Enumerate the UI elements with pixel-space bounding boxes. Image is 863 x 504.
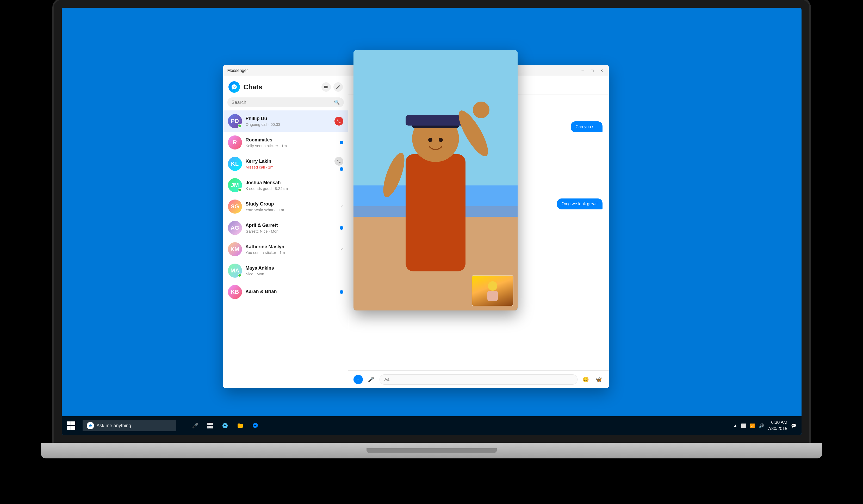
taskbar-search[interactable]: ⊙ Ask me anything <box>83 420 176 431</box>
taskbar-app-icons <box>205 420 261 431</box>
minimize-button[interactable]: ─ <box>580 68 586 74</box>
action-center-icon[interactable]: 💬 <box>791 423 796 428</box>
microphone-icon[interactable]: 🎤 <box>192 423 199 429</box>
chat-info: Roommates Kelly sent a sticker · 1m <box>246 137 340 148</box>
add-attachment-button[interactable]: + <box>353 375 363 384</box>
chat-name: Maya Adkins <box>246 265 343 271</box>
chat-item[interactable]: KB Karan & Brian <box>223 281 348 303</box>
chat-name: Roommates <box>246 137 340 143</box>
emoji-button[interactable]: 😊 <box>581 375 590 384</box>
chat-item[interactable]: AG April & Garrett Garrett: Nice · Mon <box>223 217 348 239</box>
avatar: AG <box>228 221 242 235</box>
new-message-button[interactable] <box>334 82 343 92</box>
message-bubble: Omg we look great! <box>557 199 602 210</box>
avatar-container: R <box>228 136 242 150</box>
close-button[interactable]: ✕ <box>599 68 604 74</box>
file-explorer-icon[interactable] <box>235 420 246 431</box>
tablet-mode-icon[interactable]: ⬜ <box>741 423 746 428</box>
pip-video <box>472 275 513 306</box>
chat-preview: You: Wait! What? · 1m <box>246 207 340 212</box>
chat-header: Chats <box>223 76 348 95</box>
svg-point-16 <box>488 281 497 291</box>
avatar-container: KB <box>228 285 242 299</box>
sticker-button[interactable]: 🦋 <box>594 375 603 384</box>
search-bar: 🔍 <box>227 98 344 107</box>
avatar-container: KM <box>228 242 242 256</box>
network-icon[interactable]: 📶 <box>750 423 755 428</box>
unread-indicator <box>340 290 343 294</box>
time-display: 6:30 AM <box>768 419 787 426</box>
chat-item[interactable]: KM Katherine Maslyn You sent a sticker ·… <box>223 239 348 260</box>
taskbar-search-label: Ask me anything <box>97 423 131 428</box>
svg-rect-10 <box>405 115 465 126</box>
volume-icon[interactable]: 🔊 <box>759 423 764 428</box>
call-icon[interactable] <box>335 157 343 166</box>
avatar: KM <box>228 242 242 256</box>
edge-icon[interactable] <box>220 420 230 431</box>
avatar-container: AG <box>228 221 242 235</box>
chat-preview: Ongoing call · 00:33 <box>246 122 335 127</box>
chat-preview: K sounds good · 8:24am <box>246 186 343 191</box>
svg-point-14 <box>428 138 433 142</box>
maximize-button[interactable]: ◻ <box>589 68 595 74</box>
laptop-shell: Messenger ─ ◻ ✕ <box>41 0 822 504</box>
avatar-container: KL <box>228 157 242 171</box>
clock[interactable]: 6:30 AM 7/30/2015 <box>768 419 787 432</box>
avatar-container: MA <box>228 264 242 278</box>
chat-info: Kerry Lakin Missed call · 1m <box>246 159 335 169</box>
laptop-hinge <box>366 448 497 453</box>
online-indicator <box>238 188 241 192</box>
chat-info: Study Group You: Wait! What? · 1m <box>246 201 340 212</box>
mic-button[interactable]: 🎤 <box>366 375 376 384</box>
windows-logo-icon <box>67 421 75 430</box>
message-bubble: Can you s... <box>571 121 602 132</box>
date-display: 7/30/2015 <box>768 426 787 432</box>
chat-info: Phillip Du Ongoing call · 00:33 <box>246 116 335 127</box>
chat-name: Kerry Lakin <box>246 159 335 164</box>
chat-preview: Kelly sent a sticker · 1m <box>246 143 340 148</box>
video-call-button[interactable] <box>322 82 331 92</box>
messenger-taskbar-icon[interactable] <box>250 420 261 431</box>
task-view-button[interactable] <box>205 420 215 431</box>
search-input[interactable] <box>232 100 332 105</box>
avatar: KB <box>228 285 242 299</box>
chat-meta <box>340 290 343 294</box>
chat-info: Katherine Maslyn You sent a sticker · 1m <box>246 244 340 255</box>
online-indicator <box>238 274 241 277</box>
chat-meta <box>340 226 343 230</box>
read-check: ✓ <box>340 204 343 209</box>
video-background <box>353 50 517 311</box>
chat-preview: Garrett: Nice · Mon <box>246 229 340 234</box>
chat-item[interactable]: SG Study Group You: Wait! What? · 1m ✓ <box>223 196 348 217</box>
chats-title: Chats <box>243 83 319 91</box>
svg-rect-18 <box>207 423 210 425</box>
message-input[interactable] <box>379 374 577 385</box>
notification-icon[interactable]: ▲ <box>733 423 737 428</box>
chat-preview: Nice · Mon <box>246 272 343 276</box>
svg-rect-21 <box>210 426 213 428</box>
chat-item[interactable]: PD Phillip Du Ongoing call · 00:33 <box>223 111 348 132</box>
chat-item[interactable]: JM Joshua Mensah K sounds good · 8:24am <box>223 175 348 196</box>
chat-info: Joshua Mensah K sounds good · 8:24am <box>246 180 343 191</box>
chat-info: April & Garrett Garrett: Nice · Mon <box>246 223 340 234</box>
avatar-container: JM <box>228 178 242 192</box>
chat-item[interactable]: KL Kerry Lakin Missed call · 1m <box>223 153 348 175</box>
chat-item[interactable]: MA Maya Adkins Nice · Mon <box>223 260 348 281</box>
chat-info: Karan & Brian <box>246 289 340 295</box>
unread-indicator <box>340 226 343 230</box>
chat-name: April & Garrett <box>246 223 340 228</box>
chat-item[interactable]: R Roommates Kelly sent a sticker · 1m <box>223 132 348 153</box>
avatar: R <box>228 136 242 150</box>
read-check: ✓ <box>340 247 343 251</box>
svg-rect-7 <box>405 154 465 272</box>
chat-info: Maya Adkins Nice · Mon <box>246 265 343 276</box>
svg-rect-17 <box>487 291 498 301</box>
chat-name: Joshua Mensah <box>246 180 343 186</box>
message-sent: Can you s... <box>571 121 602 132</box>
end-call-icon[interactable] <box>335 117 343 126</box>
chat-name: Karan & Brian <box>246 289 340 294</box>
start-button[interactable] <box>62 416 80 435</box>
online-indicator <box>238 124 241 128</box>
messenger-logo-icon <box>228 81 240 93</box>
chat-list-panel: Chats 🔍 <box>223 76 348 388</box>
